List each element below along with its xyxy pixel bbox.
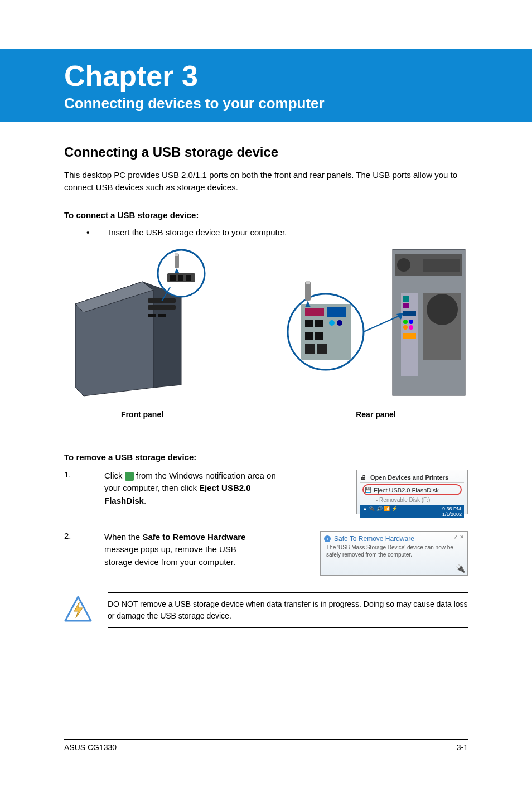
warning-lightning-icon xyxy=(64,592,92,626)
front-panel-label: Front panel xyxy=(64,410,220,419)
menu-open-devices: Open Devices and Printers xyxy=(360,472,464,483)
menu-removable-disk: - Removable Disk (F:) xyxy=(360,496,464,504)
svg-rect-19 xyxy=(423,259,460,272)
page-footer: ASUS CG1330 3-1 xyxy=(64,739,468,752)
step-2: 2. When the Safe to Remove Hardware mess… xyxy=(64,531,468,576)
connect-heading: To connect a USB storage device: xyxy=(64,210,468,220)
svg-rect-4 xyxy=(148,305,176,310)
svg-rect-6 xyxy=(158,314,166,317)
svg-rect-21 xyxy=(403,296,409,302)
connect-bullet: • Insert the USB storage device to your … xyxy=(86,228,468,237)
bullet-marker: • xyxy=(86,228,109,237)
front-panel-figure: Front panel xyxy=(64,248,220,419)
svg-point-26 xyxy=(403,325,408,330)
svg-point-18 xyxy=(397,258,410,272)
svg-rect-35 xyxy=(305,308,324,316)
section-heading: Connecting a USB storage device xyxy=(64,144,468,160)
balloon-title: Safe To Remove Hardware xyxy=(334,535,414,543)
menu-eject-flashdisk: Eject USB2.0 FlashDisk xyxy=(362,484,462,495)
info-icon: i xyxy=(324,535,331,542)
step-2-text: When the Safe to Remove Hardware message… xyxy=(104,531,266,576)
svg-rect-46 xyxy=(306,281,310,284)
balloon-close-icon: ⤢ ✕ xyxy=(453,534,464,540)
svg-rect-36 xyxy=(327,307,346,317)
svg-rect-45 xyxy=(305,282,311,301)
step-2-number: 2. xyxy=(64,531,104,576)
step-2-end: message pops up, remove the USB storage … xyxy=(104,544,236,567)
svg-point-27 xyxy=(409,325,413,330)
eject-menu-screenshot: Open Devices and Printers Eject USB2.0 F… xyxy=(356,470,468,514)
svg-rect-43 xyxy=(305,344,315,354)
warning-note: DO NOT remove a USB storage device when … xyxy=(64,592,468,628)
safe-remove-screenshot: ⤢ ✕ i Safe To Remove Hardware The 'USB M… xyxy=(320,531,468,576)
svg-rect-44 xyxy=(317,344,327,354)
svg-rect-10 xyxy=(170,275,176,281)
svg-rect-11 xyxy=(178,275,183,281)
svg-rect-14 xyxy=(175,253,178,256)
step-1-text: Click from the Windows notification area… xyxy=(104,470,294,514)
svg-rect-23 xyxy=(403,311,416,316)
taskbar-tray: ▲ 🔌 🔊 📶 ⚡ 9:36 PM1/1/2002 xyxy=(360,505,464,518)
front-panel-illustration xyxy=(64,248,220,399)
chapter-title: Chapter 3 xyxy=(64,59,515,93)
svg-point-41 xyxy=(329,320,335,326)
rear-panel-illustration xyxy=(284,248,468,399)
svg-point-25 xyxy=(409,320,413,324)
svg-point-24 xyxy=(403,320,408,324)
svg-rect-5 xyxy=(148,314,156,317)
svg-rect-28 xyxy=(403,333,416,339)
svg-rect-22 xyxy=(403,303,409,308)
connect-bullet-text: Insert the USB storage device to your co… xyxy=(109,228,287,237)
svg-point-30 xyxy=(427,294,458,325)
intro-paragraph: This desktop PC provides USB 2.0/1.1 por… xyxy=(64,169,468,194)
usb-tray-icon xyxy=(125,472,134,481)
svg-rect-37 xyxy=(305,320,313,327)
svg-rect-38 xyxy=(315,320,323,327)
step-2-pre: When the xyxy=(104,532,142,542)
step-1-number: 1. xyxy=(64,470,104,514)
rear-panel-label: Rear panel xyxy=(284,410,468,419)
remove-heading: To remove a USB storage device: xyxy=(64,452,468,462)
chapter-subtitle: Connecting devices to your computer xyxy=(64,95,515,112)
footer-model: ASUS CG1330 xyxy=(64,743,117,752)
svg-point-42 xyxy=(337,320,342,326)
footer-page-number: 3-1 xyxy=(457,743,468,752)
usb-corner-icon: 🔌 xyxy=(456,564,465,573)
step-2-bold: Safe to Remove Hardware xyxy=(142,532,245,542)
rear-panel-figure: Rear panel xyxy=(284,248,468,419)
svg-marker-49 xyxy=(74,602,83,618)
step-1-end: . xyxy=(144,496,146,505)
step-1-pre: Click xyxy=(104,471,125,480)
svg-rect-12 xyxy=(186,275,191,281)
svg-rect-40 xyxy=(315,332,323,340)
step-1: 1. Click from the Windows notification a… xyxy=(64,470,468,514)
balloon-body: The 'USB Mass Storage Device' device can… xyxy=(324,544,464,558)
chapter-banner: Chapter 3 Connecting devices to your com… xyxy=(0,49,532,122)
svg-rect-39 xyxy=(305,332,313,340)
warning-text: DO NOT remove a USB storage device when … xyxy=(108,592,468,628)
